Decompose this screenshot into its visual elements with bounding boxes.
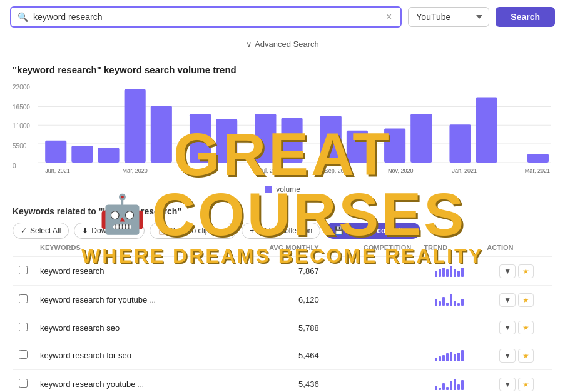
row-checkbox[interactable] xyxy=(19,379,28,388)
star-button[interactable]: ★ xyxy=(518,293,534,307)
svg-text:Sep, 2020: Sep, 2020 xyxy=(325,168,350,174)
keywords-section: Keywords related to "keyword research" ✓… xyxy=(0,199,565,392)
keyword-competition xyxy=(325,314,418,341)
legend-label: volume xyxy=(276,185,300,194)
platform-select[interactable]: YouTube Google Amazon Bing xyxy=(408,7,489,27)
advanced-search-button[interactable]: ∨ Advanced Search xyxy=(246,39,319,49)
row-checkbox[interactable] xyxy=(19,350,28,359)
clear-button[interactable]: × xyxy=(384,11,394,23)
svg-rect-25 xyxy=(527,154,549,163)
trend-bar xyxy=(439,301,441,306)
dropdown-button[interactable]: ▼ xyxy=(499,293,516,307)
svg-rect-18 xyxy=(281,118,302,163)
th-keywords: KEYWORDS xyxy=(34,239,230,257)
row-checkbox[interactable] xyxy=(19,323,28,331)
trend-bar xyxy=(454,379,456,390)
row-checkbox[interactable] xyxy=(19,266,28,274)
table-row: keyword research for youtube ...6,120▼★ xyxy=(13,286,552,314)
search-bar-row: 🔍 × YouTube Google Amazon Bing Search xyxy=(0,0,565,34)
table-row: keyword research youtube ...5,436▼★ xyxy=(13,370,552,393)
select-all-button[interactable]: ✓ Select All xyxy=(13,223,69,239)
search-input[interactable] xyxy=(33,12,384,22)
advanced-search-row: ∨ Advanced Search xyxy=(0,34,565,54)
star-button[interactable]: ★ xyxy=(518,321,534,334)
svg-text:Jan, 2021: Jan, 2021 xyxy=(452,168,477,174)
trend-bar xyxy=(461,299,464,306)
keywords-header-row: Keywords related to "keyword research" xyxy=(13,206,552,216)
trend-bar xyxy=(442,268,445,277)
keyword-volume: 6,120 xyxy=(230,286,325,314)
keyword-competition xyxy=(325,341,418,370)
svg-text:Mar, 2020: Mar, 2020 xyxy=(123,168,148,174)
keyword-name: keyword research xyxy=(34,257,230,286)
search-button[interactable]: Search xyxy=(496,7,555,27)
th-trend: TREND xyxy=(417,239,481,257)
trend-bar xyxy=(435,386,437,390)
trend-bar xyxy=(457,271,460,277)
dropdown-button[interactable]: ▼ xyxy=(499,264,516,278)
ellipsis-icon: ... xyxy=(135,380,143,389)
select-all-label: Select All xyxy=(30,226,61,235)
svg-rect-16 xyxy=(216,119,237,163)
chart-section: "keyword research" keyword search volume… xyxy=(0,54,565,199)
svg-rect-14 xyxy=(151,106,172,163)
download-list-label: Download list xyxy=(91,226,136,235)
svg-rect-10 xyxy=(45,141,66,163)
svg-text:Jul, 2020: Jul, 2020 xyxy=(259,168,282,174)
keyword-name: keyword research seo xyxy=(34,314,230,341)
svg-text:11000: 11000 xyxy=(13,122,30,129)
keyword-trend xyxy=(417,341,481,370)
add-collection-label: Add to collection xyxy=(257,226,312,235)
trend-bar xyxy=(454,354,456,361)
svg-text:Jun, 2021: Jun, 2021 xyxy=(45,168,70,174)
keyword-trend xyxy=(417,286,481,314)
trend-bar xyxy=(435,358,437,361)
trend-bar xyxy=(450,266,452,277)
add-icon: + xyxy=(250,226,254,235)
keyword-name: keyword research for youtube ... xyxy=(34,286,230,314)
trend-bar xyxy=(446,269,449,277)
save-icon: 💾 xyxy=(334,226,344,235)
trend-bar xyxy=(454,301,456,306)
trend-bar xyxy=(439,388,441,390)
svg-rect-11 xyxy=(71,146,93,163)
dropdown-button[interactable]: ▼ xyxy=(499,321,516,334)
trend-bar xyxy=(439,356,441,361)
chevron-down-icon: ∨ xyxy=(246,39,252,49)
svg-rect-23 xyxy=(449,124,471,163)
save-collection-button[interactable]: 💾 Save as collection xyxy=(325,223,420,239)
trend-bar xyxy=(454,269,456,277)
chart-legend: volume xyxy=(13,185,552,194)
dropdown-button[interactable]: ▼ xyxy=(499,349,516,363)
trend-bar xyxy=(457,384,460,390)
keyword-name: keyword research youtube ... xyxy=(34,370,230,393)
download-list-button[interactable]: ⬇ Download list xyxy=(74,223,144,239)
star-button[interactable]: ★ xyxy=(518,264,534,278)
trend-bar xyxy=(442,297,445,306)
copy-clipboard-button[interactable]: 📋 Copy to clipboard xyxy=(150,223,237,239)
trend-bar xyxy=(461,380,464,390)
keyword-action: ▼★ xyxy=(481,314,552,341)
star-button[interactable]: ★ xyxy=(518,349,534,363)
trend-bar xyxy=(450,352,452,361)
trend-chart: 22000 16500 11000 5500 0 xyxy=(13,83,552,183)
svg-rect-13 xyxy=(125,89,146,163)
th-competition: COMPETITION xyxy=(325,239,418,257)
trend-bar xyxy=(442,355,445,361)
dropdown-button[interactable]: ▼ xyxy=(499,378,516,391)
star-button[interactable]: ★ xyxy=(518,378,534,391)
row-checkbox[interactable] xyxy=(19,294,28,303)
keywords-title: Keywords related to "keyword research" xyxy=(13,206,181,216)
keyword-competition xyxy=(325,257,418,286)
th-avg-monthly: AVG MONTHLY xyxy=(230,239,325,257)
add-collection-button[interactable]: + Add to collection xyxy=(242,223,320,239)
trend-bar xyxy=(461,350,464,361)
copy-icon: 📋 xyxy=(158,226,167,235)
table-row: keyword research for seo5,464▼★ xyxy=(13,341,552,370)
svg-rect-17 xyxy=(255,114,276,163)
save-collection-label: Save as collection xyxy=(347,226,412,235)
keyword-trend xyxy=(417,257,481,286)
svg-text:0: 0 xyxy=(13,162,16,169)
keyword-action: ▼★ xyxy=(481,286,552,314)
trend-bar xyxy=(457,353,460,361)
